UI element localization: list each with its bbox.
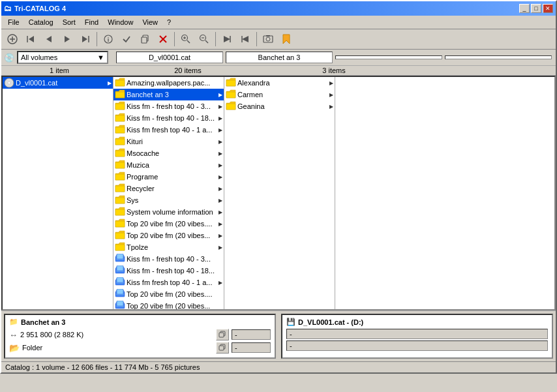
list-item[interactable]: Top 20 vibe fm (20 vibes.... ▶ (113, 218, 224, 230)
list-item[interactable]: Recycler ▶ (113, 183, 224, 194)
folder-icon (115, 89, 125, 100)
status-panel: 📁 Banchet an 3 ↔ 2 951 800 (2 882 K) - 📂… (1, 310, 556, 361)
toolbar-next-btn[interactable] (59, 31, 76, 48)
list-item[interactable]: Top 20 vibe fm (20 vibes... ▶ (113, 230, 224, 241)
file-name: Top 20 vibe fm (20 vibes... (127, 232, 218, 239)
list-item[interactable]: D_vl0001.cat ▶ (3, 77, 113, 89)
file-name: Top 20 vibe fm (20 vibes.... (127, 290, 222, 298)
menu-sort[interactable]: Sort (59, 17, 80, 27)
toolbar-back-btn[interactable] (237, 31, 254, 48)
list-item[interactable]: Kiss fm - fresh top 40 - 3... (113, 253, 224, 265)
col5-header (445, 55, 552, 59)
expand-arrow-icon: ▶ (218, 209, 222, 215)
status-type-row: 📂 Folder - (9, 342, 271, 354)
col2-count: 20 items (116, 67, 260, 74)
menu-bar: File Catalog Sort Find Window View ? (1, 16, 556, 29)
col4-header (335, 55, 442, 59)
toolbar-search-minus-btn[interactable] (196, 31, 213, 48)
file-name: Tpolze (127, 243, 218, 251)
bottom-status-bar: Catalog : 1 volume - 12 606 files - 11 7… (1, 361, 556, 372)
list-item[interactable]: Kiss fm fresh top 40 - 1 a... ▶ (113, 124, 224, 136)
list-item[interactable]: Msocache ▶ (113, 147, 224, 159)
size-value: 2 951 800 (2 882 K) (20, 331, 213, 339)
menu-find[interactable]: Find (81, 17, 102, 27)
list-item[interactable]: System volume information ▶ (113, 206, 224, 218)
toolbar-forward-btn[interactable] (218, 31, 235, 48)
list-item[interactable]: Kiss fm - fresh top 40 - 3... ▶ (113, 100, 224, 112)
volume-label: All volumes (21, 53, 57, 61)
status-text: Catalog : 1 volume - 12 606 files - 11 7… (5, 363, 200, 371)
minimize-button[interactable]: _ (519, 4, 530, 13)
toolbar-prev-btn[interactable] (40, 31, 57, 48)
list-item[interactable]: Tpolze ▶ (113, 241, 224, 253)
expand-arrow-icon: ▶ (218, 139, 222, 145)
list-item[interactable]: Kiss fm fresh top 40 - 1 a... ▶ (113, 277, 224, 288)
file-name: Kiss fm - fresh top 40 - 3... (127, 102, 218, 110)
list-item[interactable]: Muzica ▶ (113, 159, 224, 171)
expand-arrow-icon: ▶ (329, 80, 333, 86)
menu-view[interactable]: View (138, 17, 162, 27)
list-item[interactable]: Banchet an 3 ▶ (113, 89, 224, 100)
maximize-button[interactable]: □ (531, 4, 541, 13)
file-name: Alexandra (237, 79, 329, 87)
browser-col3: Alexandra ▶ Carmen ▶ Geanina ▶ (224, 77, 335, 309)
list-item[interactable]: Top 20 vibe fm (20 vibes... (113, 300, 224, 309)
volume-dropdown[interactable]: All volumes ▼ (17, 51, 108, 64)
expand-arrow-icon: ▶ (218, 151, 222, 157)
svg-rect-46 (117, 301, 123, 306)
expand-arrow-icon: ▶ (329, 92, 333, 98)
copy-type-btn[interactable] (216, 342, 229, 354)
toolbar-search-plus-btn[interactable] (177, 31, 194, 48)
cd-icon (4, 78, 14, 88)
list-item[interactable]: Kiss fm - fresh top 40 - 18... (113, 265, 224, 277)
close-button[interactable]: ✕ (543, 4, 553, 13)
expand-arrow-icon: ▶ (218, 221, 222, 227)
status-right-row1: - (286, 329, 548, 339)
sep4 (256, 32, 257, 46)
toolbar-photo-btn[interactable] (260, 31, 277, 48)
title-bar: 🗂 Tri-CATALOG 4 _ □ ✕ (1, 1, 556, 16)
menu-file[interactable]: File (4, 17, 23, 27)
toolbar: i (1, 29, 556, 50)
list-item[interactable]: Amazing.wallpapers.pac... (113, 77, 224, 89)
toolbar-last-btn[interactable] (77, 31, 94, 48)
toolbar-check-btn[interactable] (118, 31, 135, 48)
svg-rect-40 (117, 277, 123, 282)
file-name: D_vl0001.cat (16, 79, 107, 87)
volume-selector-container: 💿 All volumes ▼ (4, 51, 115, 64)
file-browser: D_vl0001.cat ▶ Amazing.wallpapers.pac...… (1, 76, 556, 310)
list-item[interactable]: Geanina ▶ (224, 100, 335, 112)
toolbar-info-btn[interactable]: i (100, 31, 117, 48)
toolbar-first-btn[interactable] (22, 31, 39, 48)
folder-icon (115, 172, 125, 182)
toolbar-add-btn[interactable] (4, 31, 21, 48)
sep2 (174, 32, 175, 46)
toolbar-delete-btn[interactable] (155, 31, 172, 48)
disk-icon: 💿 (4, 53, 14, 63)
svg-marker-8 (82, 36, 87, 42)
expand-arrow-icon: ▶ (218, 174, 222, 180)
list-item[interactable]: Kiss fm - fresh top 40 - 18... ▶ (113, 112, 224, 124)
menu-catalog[interactable]: Catalog (25, 17, 57, 27)
copy-size-btn[interactable] (216, 329, 229, 340)
list-item[interactable]: Programe ▶ (113, 171, 224, 183)
file-name: Top 20 vibe fm (20 vibes.... (127, 220, 218, 228)
list-item[interactable]: Carmen ▶ (224, 89, 335, 100)
svg-marker-6 (65, 36, 70, 42)
title-bar-left: 🗂 Tri-CATALOG 4 (4, 4, 66, 13)
file-name: Kiss fm - fresh top 40 - 18... (127, 114, 218, 122)
toolbar-copy-btn[interactable] (136, 31, 153, 48)
list-item[interactable]: Kituri ▶ (113, 136, 224, 147)
list-item[interactable]: Alexandra ▶ (224, 77, 335, 89)
folder-icon: 📁 (9, 318, 18, 326)
menu-window[interactable]: Window (104, 17, 137, 27)
list-item[interactable]: Top 20 vibe fm (20 vibes.... (113, 288, 224, 300)
list-item[interactable]: Sys ▶ (113, 194, 224, 206)
folder-icon (226, 78, 236, 88)
col1-count: 1 item (4, 67, 115, 74)
menu-help[interactable]: ? (163, 17, 175, 27)
svg-marker-22 (224, 36, 230, 42)
toolbar-bookmark-btn[interactable] (278, 31, 295, 48)
svg-marker-29 (283, 35, 290, 44)
folder-icon (115, 136, 125, 147)
